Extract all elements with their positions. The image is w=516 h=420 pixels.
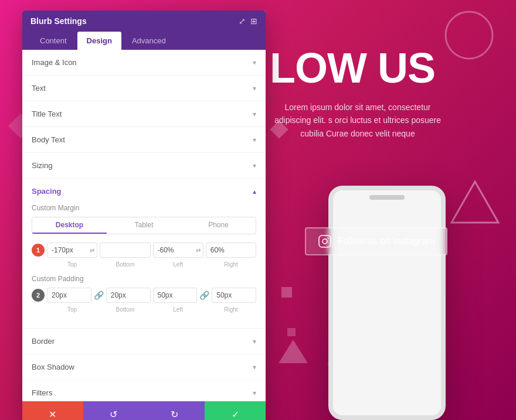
phone-mockup bbox=[328, 186, 446, 420]
padding-labels: Top Bottom Left Right bbox=[32, 306, 256, 313]
margin-left-link-icon: ⇄ bbox=[196, 247, 201, 254]
padding-input-group: 🔗 🔗 bbox=[47, 288, 256, 303]
panel-title: Blurb Settings bbox=[30, 16, 87, 26]
spacing-collapse-arrow: ▴ bbox=[253, 187, 256, 196]
spacing-header[interactable]: Spacing ▴ bbox=[32, 187, 256, 196]
padding-top-wrap bbox=[47, 288, 91, 303]
accordion-image-icon-arrow: ▾ bbox=[253, 59, 256, 67]
accordion-text-label: Text bbox=[32, 84, 46, 93]
phone-notch bbox=[369, 195, 405, 200]
accordion-image-icon-label: Image & Icon bbox=[32, 58, 77, 67]
badge-1: 1 bbox=[32, 244, 45, 257]
accordion-sizing-label: Sizing bbox=[32, 161, 52, 170]
device-tabs: Desktop Tablet Phone bbox=[32, 217, 256, 234]
hero-section: LOW US Lorem ipsum dolor sit amet, conse… bbox=[270, 47, 446, 140]
accordion-box-shadow[interactable]: Box Shadow ▾ bbox=[22, 354, 266, 380]
cancel-button[interactable]: ✕ bbox=[22, 401, 83, 420]
accordion-title-text[interactable]: Title Text ▾ bbox=[22, 101, 266, 127]
padding-link-icon-2: 🔗 bbox=[199, 288, 209, 303]
margin-bottom-input[interactable] bbox=[100, 243, 150, 258]
panel-body: Image & Icon ▾ Text ▾ Title Text ▾ Body … bbox=[22, 50, 266, 401]
accordion-body-text-label: Body Text bbox=[32, 135, 65, 144]
padding-left-input[interactable] bbox=[153, 288, 198, 303]
hero-title: LOW US bbox=[270, 47, 446, 89]
margin-left-label: Left bbox=[153, 261, 203, 268]
accordion-border-arrow: ▾ bbox=[253, 337, 256, 346]
device-tab-phone[interactable]: Phone bbox=[181, 217, 256, 234]
accordion-body-text[interactable]: Body Text ▾ bbox=[22, 127, 266, 153]
accordion-text-arrow: ▾ bbox=[253, 84, 256, 93]
margin-input-row: 1 ⇄ ⇄ bbox=[32, 243, 256, 258]
accordion-image-icon[interactable]: Image & Icon ▾ bbox=[22, 50, 266, 76]
phone-screen bbox=[333, 190, 441, 415]
settings-panel: Blurb Settings ⤢ ⊞ Content Design Advanc… bbox=[22, 11, 266, 420]
device-tab-desktop[interactable]: Desktop bbox=[32, 217, 107, 234]
custom-padding-label: Custom Padding bbox=[32, 275, 256, 283]
padding-bottom-label: Bottom bbox=[100, 306, 150, 313]
padding-top-input[interactable] bbox=[47, 288, 91, 303]
device-tab-tablet[interactable]: Tablet bbox=[107, 217, 181, 234]
accordion-filters-label: Filters bbox=[32, 388, 52, 397]
tab-content[interactable]: Content bbox=[30, 32, 76, 50]
padding-right-label: Right bbox=[206, 306, 256, 313]
margin-top-wrap: ⇄ bbox=[47, 243, 97, 258]
margin-bottom-label: Bottom bbox=[100, 261, 150, 268]
instagram-label: Follow us on Instagram bbox=[338, 236, 434, 247]
custom-margin-label: Custom Margin bbox=[32, 204, 256, 212]
padding-input-row: 2 🔗 🔗 bbox=[32, 288, 256, 303]
accordion-title-text-label: Title Text bbox=[32, 110, 62, 118]
redo-button[interactable]: ↻ bbox=[144, 401, 205, 420]
accordion-sizing-arrow: ▾ bbox=[253, 162, 256, 170]
padding-left-label: Left bbox=[153, 306, 203, 313]
margin-labels: Top Bottom Left Right bbox=[32, 261, 256, 268]
panel-header-icons: ⤢ ⊞ bbox=[239, 16, 257, 26]
spacing-title: Spacing bbox=[32, 187, 62, 196]
padding-left-wrap bbox=[153, 288, 198, 303]
margin-left-wrap: ⇄ bbox=[153, 243, 203, 258]
save-icon: ✓ bbox=[232, 409, 239, 420]
panel-header: Blurb Settings ⤢ ⊞ bbox=[22, 11, 266, 32]
margin-top-label: Top bbox=[47, 261, 97, 268]
cancel-icon: ✕ bbox=[49, 409, 56, 420]
margin-right-input[interactable] bbox=[206, 243, 256, 258]
accordion-title-text-arrow: ▾ bbox=[253, 110, 256, 118]
padding-top-label: Top bbox=[47, 306, 97, 313]
accordion-border[interactable]: Border ▾ bbox=[22, 329, 266, 354]
expand-icon[interactable]: ⤢ bbox=[239, 16, 246, 26]
accordion-sizing[interactable]: Sizing ▾ bbox=[22, 153, 266, 179]
tab-advanced[interactable]: Advanced bbox=[123, 32, 175, 50]
panel-footer: ✕ ↺ ↻ ✓ bbox=[22, 401, 266, 420]
margin-right-wrap bbox=[206, 243, 256, 258]
hero-body: Lorem ipsum dolor sit amet, consectetur … bbox=[270, 101, 446, 140]
accordion-filters[interactable]: Filters ▾ bbox=[22, 380, 266, 401]
margin-input-group: ⇄ ⇄ bbox=[47, 243, 256, 258]
save-button[interactable]: ✓ bbox=[205, 401, 266, 420]
panel-tabs: Content Design Advanced bbox=[22, 32, 266, 50]
padding-link-icon-1: 🔗 bbox=[94, 288, 104, 303]
svg-point-11 bbox=[328, 238, 329, 239]
padding-bottom-input[interactable] bbox=[106, 288, 151, 303]
accordion-border-label: Border bbox=[32, 337, 55, 346]
instagram-icon bbox=[318, 234, 332, 248]
padding-right-input[interactable] bbox=[212, 288, 256, 303]
accordion-text[interactable]: Text ▾ bbox=[22, 76, 266, 101]
padding-right-wrap bbox=[212, 288, 256, 303]
columns-icon[interactable]: ⊞ bbox=[250, 16, 257, 26]
reset-icon: ↺ bbox=[110, 409, 117, 420]
accordion-box-shadow-arrow: ▾ bbox=[253, 363, 256, 371]
accordion-filters-arrow: ▾ bbox=[253, 389, 256, 397]
accordion-body-text-arrow: ▾ bbox=[253, 136, 256, 144]
instagram-button[interactable]: Follow us on Instagram bbox=[305, 227, 447, 255]
reset-button[interactable]: ↺ bbox=[83, 401, 144, 420]
padding-bottom-wrap bbox=[106, 288, 151, 303]
svg-rect-9 bbox=[319, 235, 331, 247]
margin-top-link-icon: ⇄ bbox=[90, 247, 94, 254]
svg-point-10 bbox=[322, 239, 327, 244]
redo-icon: ↻ bbox=[171, 409, 178, 420]
accordion-box-shadow-label: Box Shadow bbox=[32, 363, 74, 371]
margin-right-label: Right bbox=[206, 261, 256, 268]
spacing-section: Spacing ▴ Custom Margin Desktop Tablet P… bbox=[22, 179, 266, 329]
margin-bottom-wrap bbox=[100, 243, 150, 258]
badge-2: 2 bbox=[32, 289, 45, 302]
tab-design[interactable]: Design bbox=[77, 32, 121, 50]
